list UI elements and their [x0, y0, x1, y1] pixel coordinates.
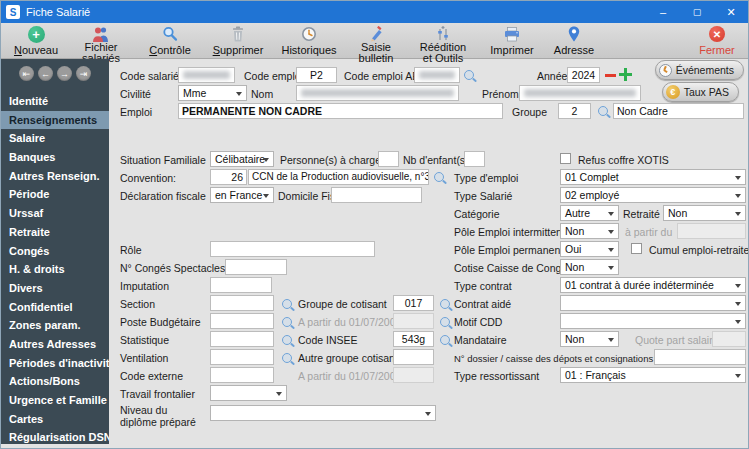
mandataire-label: Mandataire [454, 334, 507, 346]
nouveau-button[interactable]: + Nouveau [7, 23, 65, 58]
type-contrat-dropdown[interactable]: 01 contrat à durée indéterminée [560, 277, 746, 293]
sidebar-item-salaire[interactable]: Salaire [1, 129, 109, 148]
prenom-field[interactable] [519, 85, 641, 101]
sidebar-item-zones-param[interactable]: Zones param. [1, 316, 109, 335]
mandataire-lookup-icon[interactable] [440, 335, 450, 345]
role-field[interactable] [210, 241, 375, 257]
refus-coffre-checkbox[interactable] [560, 153, 571, 164]
statistique-lookup-icon[interactable] [282, 335, 292, 345]
code-emploi-aem-field[interactable] [414, 67, 460, 83]
contrat-aide-dropdown[interactable] [560, 295, 746, 311]
niveau-diplome-dropdown[interactable] [210, 405, 436, 421]
sidebar-item-retraite[interactable]: Retraite [1, 223, 109, 242]
code-emploi-aem-lookup-icon[interactable] [464, 70, 474, 80]
pe-permanent-dropdown[interactable]: Oui [560, 241, 619, 257]
groupe-cotisant-lookup-icon[interactable] [440, 299, 450, 309]
convention-lookup-icon[interactable] [434, 172, 444, 182]
statistique-field[interactable] [210, 331, 274, 347]
sidebar-item-autres-renseign[interactable]: Autres Renseign. [1, 167, 109, 186]
sidebar-item-confidentiel[interactable]: Confidentiel [1, 298, 109, 317]
code-salarie-field[interactable] [178, 67, 235, 83]
ventilation-field[interactable] [210, 349, 274, 365]
sidebar-item-autres-adresses[interactable]: Autres Adresses [1, 335, 109, 354]
reedition-outils-button[interactable]: Réédition et Outils [407, 23, 479, 58]
increment-year-icon[interactable] [619, 68, 632, 81]
autre-groupe-cotisant-field[interactable] [393, 349, 434, 365]
sidebar-item-regularisation-dsn[interactable]: Régularisation DSN [1, 428, 109, 447]
civilite-dropdown[interactable]: Mme [178, 85, 247, 101]
ventilation-lookup-icon[interactable] [282, 353, 292, 363]
sidebar-item-cartes[interactable]: Cartes [1, 410, 109, 429]
groupe-libelle-field[interactable]: Non Cadre [613, 103, 744, 119]
sidebar-item-actions-bons[interactable]: Actions/Bons [1, 372, 109, 391]
adresse-button[interactable]: Adresse [545, 23, 603, 58]
emploi-field[interactable]: PERMANENTE NON CADRE [178, 103, 503, 119]
sidebar-item-urssaf[interactable]: Urssaf [1, 204, 109, 223]
imputation-field[interactable] [210, 277, 272, 293]
situation-familiale-label: Situation Familiale [120, 154, 206, 166]
last-record-icon[interactable]: ⇥ [76, 66, 91, 81]
section-field[interactable] [210, 295, 274, 311]
categorie-dropdown[interactable]: Autre [560, 205, 619, 221]
nom-field[interactable] [296, 85, 459, 101]
fichier-salaries-button[interactable]: Fichier salariés [65, 23, 137, 58]
first-record-icon[interactable]: ⇤ [19, 66, 34, 81]
map-pin-icon [568, 26, 580, 42]
sidebar-item-periodes-inactivite[interactable]: Périodes d'inactivité [1, 354, 109, 373]
situation-familiale-dropdown[interactable]: Célibataire [210, 151, 274, 167]
conges-spectacles-field[interactable] [225, 259, 287, 275]
cotise-caisse-dropdown[interactable]: Non [560, 259, 619, 275]
next-record-icon[interactable]: → [57, 66, 72, 81]
groupe-field[interactable]: 2 [558, 103, 591, 119]
groupe-lookup-icon[interactable] [598, 106, 608, 116]
sidebar-item-urgence-famille[interactable]: Urgence et Famille [1, 391, 109, 410]
supprimer-button[interactable]: Supprimer [203, 23, 273, 58]
annee-field[interactable]: 2024 [567, 67, 600, 83]
groupe-cotisant-field[interactable]: 017 [393, 295, 434, 311]
retraite-dropdown[interactable]: Non [663, 205, 746, 221]
n-dossier-field[interactable] [654, 349, 746, 365]
sidebar-item-identite[interactable]: Identité [1, 92, 109, 111]
convention-code-field[interactable]: 26 [210, 169, 247, 185]
saisie-bulletin-button[interactable]: Saisie bulletin [345, 23, 407, 58]
motif-cdd-lookup-icon[interactable] [440, 317, 450, 327]
cumul-emploi-retraite-checkbox[interactable] [631, 243, 642, 254]
poste-budgetaire-lookup-icon[interactable] [282, 317, 292, 327]
controle-button[interactable]: Contrôle [137, 23, 203, 58]
type-salarie-dropdown[interactable]: 02 employé [560, 187, 746, 203]
sidebar-item-renseignements[interactable]: Renseignements [1, 111, 109, 130]
sidebar-item-divers[interactable]: Divers [1, 279, 109, 298]
declaration-fiscale-dropdown[interactable]: en France [210, 187, 274, 203]
previous-record-icon[interactable]: ← [38, 66, 53, 81]
poste-budgetaire-field[interactable] [210, 313, 274, 329]
sidebar-item-periode[interactable]: Période [1, 185, 109, 204]
convention-libelle-field[interactable]: CCN de la Production audiovisuelle, n°33… [248, 169, 429, 185]
code-externe-field[interactable] [210, 367, 274, 383]
domicile-fiscal-field[interactable] [331, 187, 422, 203]
minimize-icon[interactable]: – [646, 1, 680, 23]
type-ressortissant-dropdown[interactable]: 01 : Français [560, 367, 746, 383]
mandataire-dropdown[interactable]: Non [560, 331, 619, 347]
sidebar-item-banques[interactable]: Banques [1, 148, 109, 167]
sidebar-item-h-droits[interactable]: H. & droits [1, 260, 109, 279]
section-lookup-icon[interactable] [282, 299, 292, 309]
conges-spectacles-label: N° Congés Spectacles [120, 262, 225, 274]
motif-cdd-dropdown[interactable] [560, 313, 746, 329]
historiques-button[interactable]: Historiques [273, 23, 345, 58]
decrement-year-icon[interactable] [605, 74, 616, 77]
maximize-icon[interactable]: ▢ [680, 1, 714, 23]
personnes-charge-field[interactable] [378, 151, 399, 167]
taux-pas-button[interactable]: € Taux PAS [662, 82, 739, 102]
type-emploi-dropdown[interactable]: 01 Complet [560, 169, 746, 185]
code-insee-field[interactable]: 543g [393, 331, 434, 347]
close-icon[interactable]: ✕ [714, 1, 748, 23]
pe-intermittent-dropdown[interactable]: Non [560, 223, 619, 239]
code-emploi-field[interactable]: P2 [296, 67, 337, 83]
nb-enfants-field[interactable] [464, 151, 485, 167]
travail-frontalier-dropdown[interactable] [210, 385, 287, 401]
plus-circle-icon: + [28, 26, 45, 43]
sidebar-item-conges[interactable]: Congés [1, 242, 109, 261]
fermer-button[interactable]: ✕ Fermer [692, 23, 742, 58]
imprimer-button[interactable]: Imprimer [479, 23, 545, 58]
evenements-button[interactable]: Événements [655, 60, 744, 80]
